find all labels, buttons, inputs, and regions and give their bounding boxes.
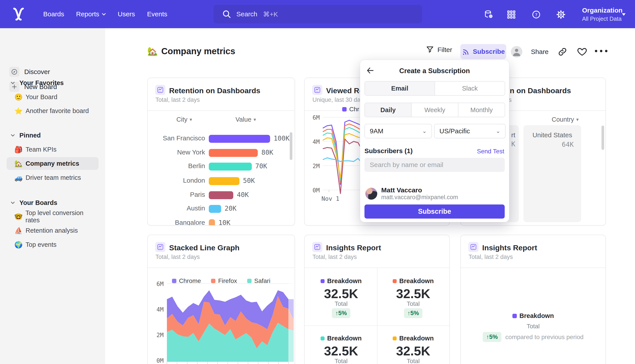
sidebar-item-company-metrics[interactable]: 🏡Company metrics xyxy=(7,157,99,170)
tab-weekly[interactable]: Weekly xyxy=(411,103,458,117)
column-sort-country[interactable]: Country▾ xyxy=(552,116,579,123)
delta-badge: ↑5% xyxy=(332,308,351,318)
nav-item-reports[interactable]: Reports xyxy=(76,0,106,28)
filter-icon xyxy=(425,46,434,54)
channel-tabs: Email Slack xyxy=(364,81,505,96)
board-emoji: 🤓 xyxy=(14,213,23,220)
tab-monthly[interactable]: Monthly xyxy=(458,103,505,117)
bar-row-value: 80K xyxy=(261,148,273,156)
data-management-icon[interactable] xyxy=(484,10,494,20)
legend-swatch xyxy=(321,336,325,340)
bar xyxy=(209,205,221,213)
board-emoji: 🚙 xyxy=(14,174,23,182)
chevron-down-icon xyxy=(10,80,16,86)
sidebar-item-another-favorite-board[interactable]: ⭐Another favorite board xyxy=(7,104,99,117)
card-title: Retention on Dashboards xyxy=(169,86,260,95)
modal-subscribe-button[interactable]: Subscribe xyxy=(364,204,505,218)
bar xyxy=(209,219,215,226)
sidebar-item-label: Another favorite board xyxy=(26,107,89,114)
avatar[interactable] xyxy=(511,46,522,58)
report-chart-icon xyxy=(468,242,478,252)
sidebar-item-label: Your Board xyxy=(26,94,57,101)
tile-united-states[interactable]: United States 64K xyxy=(523,125,581,222)
sidebar-item-retention-analysis[interactable]: ⛵Retention analysis xyxy=(7,224,99,237)
search-icon xyxy=(222,9,232,20)
help-icon[interactable]: ? xyxy=(531,10,541,20)
svg-text:?: ? xyxy=(535,12,537,18)
more-options-icon[interactable] xyxy=(595,50,607,52)
bar-row-value: 40K xyxy=(237,191,249,198)
mixpanel-logo[interactable] xyxy=(12,8,25,21)
org-project: All Project Data xyxy=(582,16,622,22)
nav-item-users[interactable]: Users xyxy=(118,0,135,28)
subscriber-avatar xyxy=(365,188,377,200)
timezone-select[interactable]: US/Pacific⌄ xyxy=(434,124,506,138)
filter-button[interactable]: Filter xyxy=(425,46,452,54)
sidebar-section-your-boards[interactable]: Your Boards xyxy=(10,198,57,208)
delta-badge: ↑5% xyxy=(483,332,501,342)
card-insights-single: Insights Report Total, last 2 days Break… xyxy=(460,235,606,364)
card-retention-dashboards: Retention on Dashboards Total, last 2 da… xyxy=(147,78,295,226)
frequency-tabs: Daily Weekly Monthly xyxy=(364,103,505,117)
sidebar-item-team-kpis[interactable]: 🎒Team KPIs xyxy=(7,143,99,156)
copy-link-icon[interactable] xyxy=(557,47,567,58)
bar xyxy=(209,191,233,199)
sidebar-item-top-events[interactable]: 🌍Top events xyxy=(7,238,99,251)
sidebar-section-your-favorites[interactable]: Your Favorites xyxy=(10,78,64,88)
metric-label: Breakdown xyxy=(399,278,434,285)
scrollbar[interactable] xyxy=(290,132,292,160)
card-subtitle: Total, last 2 days xyxy=(312,254,357,260)
org-switcher[interactable]: Organization All Project Data xyxy=(582,6,622,22)
search-shortcut: ⌘+K xyxy=(263,10,278,18)
tab-daily[interactable]: Daily xyxy=(365,103,411,117)
metric-unit: Total xyxy=(461,323,605,330)
stacked-area-chart xyxy=(148,235,295,364)
search-input[interactable]: Search ⌘+K xyxy=(213,5,422,23)
column-sort-city[interactable]: City▾ xyxy=(176,116,192,123)
sidebar: Discover New Board Your Favorites🙂Your B… xyxy=(0,28,105,364)
legend-swatch xyxy=(321,279,325,283)
send-test-link[interactable]: Send Test xyxy=(477,148,504,155)
metric-legend: Breakdown xyxy=(380,278,446,285)
sidebar-discover[interactable]: Discover xyxy=(9,65,98,78)
card-subtitle: s xyxy=(509,96,512,103)
time-select[interactable]: 9AM⌄ xyxy=(364,124,432,138)
board-emoji: 🙂 xyxy=(14,93,23,101)
favorite-heart-icon[interactable] xyxy=(577,46,587,58)
sidebar-item-top-level-conversion-rates[interactable]: 🤓Top level conversion rates xyxy=(7,210,99,223)
sidebar-item-label: Company metrics xyxy=(26,160,79,167)
sidebar-item-your-board[interactable]: 🙂Your Board xyxy=(7,90,99,103)
tab-email[interactable]: Email xyxy=(365,82,435,95)
board-emoji: ⛵ xyxy=(14,227,23,234)
nav-item-events[interactable]: Events xyxy=(147,0,167,28)
delta-badge-wrap: ↑5% xyxy=(308,308,374,318)
chevron-down-icon xyxy=(10,133,16,138)
metric-unit: Total xyxy=(308,300,374,307)
subscribe-button[interactable]: Subscribe xyxy=(460,44,506,59)
share-button[interactable]: Share xyxy=(531,48,548,56)
scrollbar[interactable] xyxy=(601,126,604,150)
bar-row-city: New York xyxy=(152,148,205,156)
metric-legend: Breakdown xyxy=(308,278,374,285)
sidebar-item-driver-team-metrics[interactable]: 🚙Driver team metrics xyxy=(7,171,99,184)
metric-label: Breakdown xyxy=(327,278,362,285)
board-emoji: 🏡 xyxy=(147,46,158,56)
nav-item-boards[interactable]: Boards xyxy=(43,0,64,28)
subscriber-search-input[interactable] xyxy=(364,158,505,172)
metric-value: 32.5K xyxy=(380,286,446,301)
sidebar-section-pinned[interactable]: Pinned xyxy=(10,130,41,140)
metric-delta-row: ↑5% compared to previous period xyxy=(461,332,605,342)
settings-gear-icon[interactable] xyxy=(556,10,566,20)
tab-slack[interactable]: Slack xyxy=(435,82,505,95)
apps-grid-icon[interactable] xyxy=(506,10,516,20)
subscriber-email: matt.vaccaro@mixpanel.com xyxy=(381,194,458,201)
column-sort-value[interactable]: Value▾ xyxy=(236,116,256,123)
metric-value: 32.5K xyxy=(308,286,374,301)
bar-row-city: San Francisco xyxy=(152,134,205,142)
bar-row-value: 70K xyxy=(255,162,267,170)
bar xyxy=(209,135,270,143)
bar-row-value: 100K xyxy=(274,134,290,142)
sidebar-item-label: Top events xyxy=(26,241,57,248)
board-emoji: 🎒 xyxy=(14,146,23,153)
compass-icon xyxy=(9,67,20,77)
